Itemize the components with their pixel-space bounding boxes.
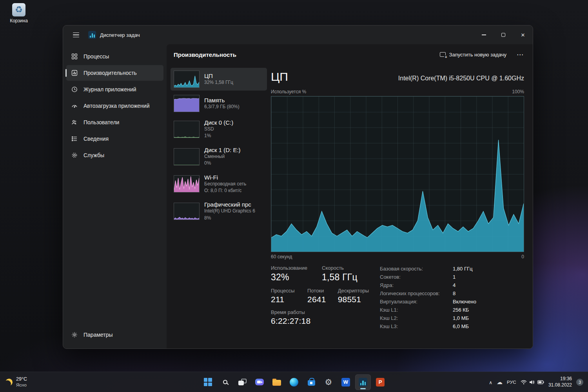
cpu-panel-title: ЦП <box>271 70 288 83</box>
perf-item-type: Беспроводная сеть <box>204 181 246 187</box>
perf-item-wifi[interactable]: Wi-Fi Беспроводная сеть О: 8,0 П: 0 кбит… <box>171 171 267 197</box>
maximize-button[interactable] <box>494 25 513 44</box>
onedrive-cloud-icon[interactable]: ☁ <box>497 379 503 386</box>
sidebar-item-details[interactable]: Сведения <box>66 131 163 147</box>
start-button[interactable] <box>200 374 216 390</box>
close-button[interactable]: ✕ <box>513 25 533 44</box>
task-view-button[interactable] <box>234 374 250 390</box>
edge-button[interactable] <box>286 374 302 390</box>
sidebar-item-label: Автозагрузка приложений <box>83 103 150 109</box>
page-title: Производительность <box>174 51 236 58</box>
recycle-bin[interactable]: ♻ Корзина <box>5 3 33 24</box>
sidebar-item-app-history[interactable]: Журнал приложений <box>66 82 163 97</box>
sidebar-item-startup-apps[interactable]: Автозагрузка приложений <box>66 98 163 114</box>
startup-apps-icon <box>71 103 78 109</box>
detail-label: Ядра: <box>380 282 453 288</box>
tray-date: 31.08.2022 <box>548 382 572 388</box>
store-icon <box>308 380 315 386</box>
services-icon <box>71 152 78 158</box>
task-manager-window: Диспетчер задач ✕ Процессы Производитель… <box>63 25 533 349</box>
sidebar-item-label: Параметры <box>83 332 113 338</box>
perf-item-title: Графический прс <box>204 201 255 208</box>
sidebar-item-label: Пользователи <box>83 119 119 125</box>
volume-icon <box>529 380 535 385</box>
disk1-mini-chart <box>174 148 200 165</box>
clock-widget[interactable]: 19:36 31.08.2022 <box>548 376 572 388</box>
performance-icon <box>71 70 78 76</box>
detail-label: Кэш L1: <box>380 307 453 313</box>
detail-value: 8 <box>453 290 524 296</box>
chart-xmin-label: 60 секунд <box>271 254 292 260</box>
store-button[interactable] <box>303 374 319 390</box>
minimize-icon <box>482 34 486 35</box>
sidebar-item-processes[interactable]: Процессы <box>66 49 163 64</box>
sidebar-item-performance[interactable]: Производительность <box>66 65 163 81</box>
powerpoint-button[interactable]: P <box>372 374 388 390</box>
run-new-task-button[interactable]: Запустить новую задачу <box>436 49 510 60</box>
weather-widget[interactable]: 29°C Ясно <box>0 372 33 392</box>
gear-icon: ⚙ <box>325 378 332 386</box>
perf-item-disk1[interactable]: Диск 1 (D: E:) Сменный 0% <box>171 144 267 170</box>
processes-label: Процессы <box>271 288 300 294</box>
sidebar-item-settings[interactable]: Параметры <box>66 327 163 343</box>
wifi-mini-chart <box>174 175 200 192</box>
perf-item-title: Диск 1 (D: E:) <box>204 147 241 153</box>
performance-list: ЦП 32% 1,58 ГГц Память 6,3/7,9 ГБ (80%) <box>167 65 269 348</box>
search-button[interactable] <box>217 374 233 390</box>
detail-value: 6,0 МБ <box>453 323 524 329</box>
sidebar-item-services[interactable]: Службы <box>66 147 163 163</box>
search-icon <box>223 380 227 384</box>
file-explorer-button[interactable] <box>269 374 285 390</box>
task-manager-app-icon <box>88 31 96 39</box>
settings-gear-icon <box>71 332 78 338</box>
perf-item-cpu[interactable]: ЦП 32% 1,58 ГГц <box>171 68 267 91</box>
language-indicator[interactable]: РУС <box>507 380 516 385</box>
tray-status-icons[interactable] <box>521 380 544 385</box>
run-new-task-label: Запустить новую задачу <box>449 52 506 58</box>
uptime-value: 6:22:27:18 <box>271 316 310 326</box>
detail-value: 1 <box>453 274 524 280</box>
perf-item-stats: 32% 1,58 ГГц <box>204 79 233 86</box>
detail-label: Кэш L3: <box>380 323 453 329</box>
perf-item-stats: О: 8,0 П: 0 кбит/с <box>204 187 246 194</box>
usage-label: Использование <box>271 265 315 271</box>
notification-badge[interactable]: 3 <box>576 379 583 386</box>
app-history-icon <box>71 86 78 93</box>
ellipsis-icon: ⋯ <box>517 51 523 58</box>
detail-value: 1,0 МБ <box>453 315 524 321</box>
word-button[interactable]: W <box>338 374 354 390</box>
detail-label: Кэш L2: <box>380 315 453 321</box>
taskbar-center: ⚙ W P <box>200 372 388 392</box>
perf-item-type: Intel(R) UHD Graphics 6 <box>204 208 255 214</box>
content-area: Производительность Запустить новую задач… <box>167 44 533 348</box>
perf-item-disk0[interactable]: Диск 0 (C:) SSD 1% <box>171 116 267 142</box>
tray-expand-button[interactable]: ∧ <box>489 380 492 385</box>
word-icon: W <box>341 378 350 387</box>
chat-button[interactable] <box>252 374 267 390</box>
content-main: ЦП 32% 1,58 ГГц Память 6,3/7,9 ГБ (80%) <box>167 65 533 348</box>
hamburger-menu-button[interactable] <box>69 28 83 42</box>
handles-value: 98551 <box>338 295 369 304</box>
perf-item-memory[interactable]: Память 6,3/7,9 ГБ (80%) <box>171 92 267 115</box>
close-icon: ✕ <box>521 32 525 38</box>
threads-label: Потоки <box>307 288 331 294</box>
task-view-icon <box>238 379 247 385</box>
task-manager-taskbar-button[interactable] <box>355 374 371 390</box>
more-options-button[interactable]: ⋯ <box>513 49 527 60</box>
perf-item-title: ЦП <box>204 73 233 79</box>
settings-button[interactable]: ⚙ <box>321 374 336 390</box>
users-icon <box>71 119 78 125</box>
battery-icon <box>537 380 544 384</box>
minimize-button[interactable] <box>474 25 494 44</box>
task-manager-icon <box>359 378 367 387</box>
cpu-utilization-chart <box>271 96 524 252</box>
weather-moon-icon <box>5 377 13 386</box>
perf-item-gpu[interactable]: Графический прс Intel(R) UHD Graphics 6 … <box>171 198 267 224</box>
recycle-bin-label: Корзина <box>5 18 33 24</box>
sidebar-item-users[interactable]: Пользователи <box>66 114 163 130</box>
perf-item-type: Сменный <box>204 153 241 160</box>
taskbar: 29°C Ясно ⚙ W P ∧ ☁ РУС <box>0 372 588 392</box>
windows-logo-icon <box>204 378 212 386</box>
chart-ymax-label: 100% <box>512 89 524 94</box>
perf-item-type: SSD <box>204 126 233 132</box>
